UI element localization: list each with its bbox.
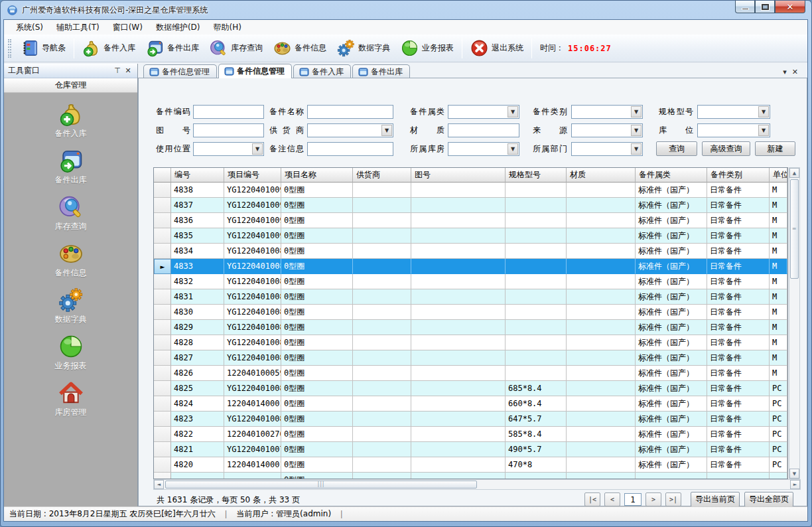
- usage-position-select[interactable]: ▼: [193, 142, 264, 156]
- page-last-button[interactable]: >|: [665, 492, 681, 506]
- row-selector[interactable]: [154, 457, 171, 473]
- row-selector[interactable]: [154, 213, 171, 228]
- title-bar[interactable]: 广州爱奇迪软件科技有限公司-深田之星仓库管理系统: [1, 1, 718, 19]
- menu-item-2[interactable]: 窗口(W): [106, 20, 149, 35]
- table-row[interactable]: 4835YG122040100900型圈标准件（国产）日常备件M: [154, 228, 787, 244]
- table-row[interactable]: 4821YG122040100790型圈490*5.7标准件（国产）日常备件PC: [154, 442, 787, 457]
- table-row[interactable]: 482412204014000120型圈660*8.4标准件（国产）日常备件PC: [154, 396, 787, 412]
- toolbar-button-navbar[interactable]: 导航条: [15, 37, 71, 60]
- toolbar-grip[interactable]: [8, 39, 11, 58]
- table-row[interactable]: 4830YG122040100850型圈标准件（国产）日常备件M: [154, 305, 787, 320]
- tab-2[interactable]: 备件入库: [293, 64, 351, 78]
- table-row[interactable]: 4828YG122040100830型圈标准件（国产）日常备件M: [154, 335, 787, 350]
- scroll-down-icon[interactable]: ▼: [789, 469, 799, 479]
- horizontal-scrollbar[interactable]: ◄►|||: [153, 479, 801, 490]
- sidebar-item-warehouse[interactable]: 库房管理: [21, 380, 121, 417]
- tab-3[interactable]: 备件出库: [352, 64, 410, 78]
- part-name-input[interactable]: [307, 105, 393, 119]
- table-header-spec[interactable]: 规格型号: [506, 168, 567, 183]
- pin-icon[interactable]: ⊤: [112, 66, 123, 76]
- page-number-input[interactable]: [624, 493, 642, 506]
- row-selector[interactable]: [154, 320, 171, 335]
- row-selector[interactable]: [154, 427, 171, 442]
- department-select[interactable]: ▼: [571, 142, 643, 156]
- table-header-category[interactable]: 备件属类: [636, 168, 707, 183]
- scroll-right-icon[interactable]: ►: [790, 480, 800, 489]
- table-header-unit[interactable]: 单位: [770, 168, 787, 183]
- scroll-up-icon[interactable]: ▲: [789, 168, 799, 178]
- maximize-button[interactable]: [755, 1, 775, 13]
- vscroll-thumb[interactable]: ≡: [790, 179, 799, 279]
- menu-item-3[interactable]: 数据维护(D): [149, 20, 207, 35]
- table-row[interactable]: 4831YG122040100860型圈标准件（国产）日常备件M: [154, 289, 787, 305]
- row-selector[interactable]: [154, 305, 171, 320]
- table-row[interactable]: 4834YG122040100890型圈标准件（国产）日常备件M: [154, 244, 787, 259]
- table-row[interactable]: 4823YG122040100800型圈647*5.7标准件（国产）日常备件PC: [154, 412, 787, 427]
- row-selector[interactable]: [154, 198, 171, 213]
- sidebar-item-stock-out[interactable]: 备件出库: [21, 148, 121, 185]
- remark-input[interactable]: [307, 142, 393, 156]
- table-row[interactable]: 482012204014000130型圈470*8标准件（国产）日常备件PC: [154, 457, 787, 473]
- warehouse-management-section[interactable]: 仓库管理: [4, 78, 137, 93]
- table-row[interactable]: ►4833YG122040100880型圈标准件（国产）日常备件M: [154, 259, 787, 274]
- menu-item-0[interactable]: 系统(S): [9, 20, 50, 35]
- panel-close-icon[interactable]: ✕: [123, 66, 133, 76]
- row-selector[interactable]: [154, 350, 171, 366]
- table-header-type[interactable]: 备件类别: [707, 168, 770, 183]
- row-selector[interactable]: [154, 274, 171, 289]
- advanced-query-button[interactable]: 高级查询: [702, 141, 750, 156]
- row-selector[interactable]: [154, 381, 171, 396]
- toolbar-button-parts-info[interactable]: 备件信息: [268, 37, 332, 60]
- table-row[interactable]: 4827YG122040100820型圈标准件（国产）日常备件M: [154, 350, 787, 366]
- drawing-no-input[interactable]: [193, 123, 264, 137]
- tab-close-icon[interactable]: ✕: [792, 68, 798, 76]
- new-button[interactable]: 新建: [755, 141, 795, 156]
- table-row[interactable]: 4825YG122040100810型圈685*8.4标准件（国产）日常备件PC: [154, 381, 787, 396]
- storage-location-select[interactable]: ▼: [697, 123, 770, 137]
- scroll-left-icon[interactable]: ◄: [154, 480, 164, 489]
- part-type-select[interactable]: ▼: [571, 105, 643, 119]
- table-header-name[interactable]: 项目名称: [281, 168, 353, 183]
- toolbar-button-stock-out[interactable]: 备件出库: [141, 37, 204, 60]
- table-header-project_no[interactable]: 项目编号: [224, 168, 281, 183]
- hscroll-thumb[interactable]: |||: [165, 481, 477, 489]
- row-selector[interactable]: [154, 396, 171, 412]
- table-header-supplier[interactable]: 供货商: [353, 168, 411, 183]
- menu-item-4[interactable]: 帮助(H): [207, 20, 248, 35]
- sidebar-item-data-dictionary[interactable]: 数据字典: [21, 287, 121, 325]
- row-selector[interactable]: [154, 366, 171, 381]
- sidebar-item-stock-in[interactable]: 备件入库: [21, 102, 121, 139]
- material-input[interactable]: [448, 123, 519, 137]
- export-all-pages-button[interactable]: 导出全部页: [744, 492, 793, 507]
- toolbar-button-stock-in[interactable]: 备件入库: [77, 37, 141, 60]
- sidebar-item-business-report[interactable]: 业务报表: [21, 334, 121, 371]
- part-category-select[interactable]: ▼: [448, 105, 519, 119]
- tab-0[interactable]: 备件信息管理: [143, 64, 217, 78]
- spec-model-select[interactable]: ▼: [697, 105, 770, 119]
- row-selector[interactable]: [154, 228, 171, 244]
- table-row[interactable]: 4832YG122040100870型圈标准件（国产）日常备件M: [154, 274, 787, 289]
- part-code-input[interactable]: [193, 105, 264, 119]
- close-button[interactable]: ✕: [775, 1, 805, 13]
- table-row[interactable]: 4837YG122040100920型圈标准件（国产）日常备件M: [154, 198, 787, 213]
- toolbar-button-exit-system[interactable]: 退出系统: [465, 37, 529, 60]
- toolbar-button-inventory-search[interactable]: 库存查询: [204, 37, 268, 60]
- row-selector[interactable]: [154, 473, 171, 479]
- row-selector-arrow-icon[interactable]: ►: [154, 259, 171, 274]
- table-header-drawing[interactable]: 图号: [411, 168, 506, 183]
- table-header-material[interactable]: 材质: [567, 168, 636, 183]
- row-selector[interactable]: [154, 244, 171, 259]
- tab-1[interactable]: 备件信息管理: [218, 64, 292, 78]
- table-row[interactable]: 0型圈: [154, 473, 787, 479]
- table-row[interactable]: 4838YG122040100930型圈标准件（国产）日常备件M: [154, 183, 787, 198]
- row-selector[interactable]: [154, 335, 171, 350]
- row-selector[interactable]: [154, 442, 171, 457]
- minimize-button[interactable]: [735, 1, 755, 13]
- export-current-page-button[interactable]: 导出当前页: [691, 492, 740, 507]
- query-button[interactable]: 查询: [656, 141, 697, 156]
- menu-item-1[interactable]: 辅助工具(T): [50, 20, 106, 35]
- table-row[interactable]: 482212204010027000型圈585*8.4标准件（国产）日常备件PC: [154, 427, 787, 442]
- toolbar-button-business-report[interactable]: 业务报表: [395, 37, 459, 60]
- warehouse-select[interactable]: ▼: [448, 142, 519, 156]
- sidebar-item-inventory-search[interactable]: 库存查询: [21, 194, 121, 232]
